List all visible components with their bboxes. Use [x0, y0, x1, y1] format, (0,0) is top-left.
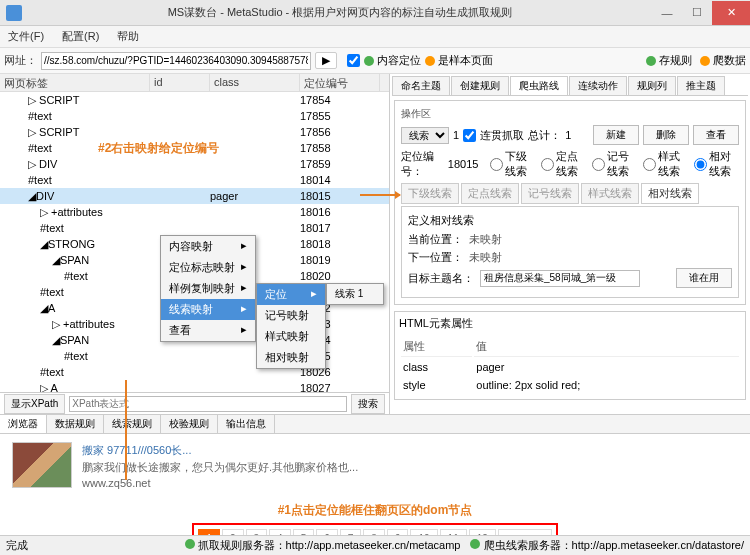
- minimize-button[interactable]: —: [652, 1, 682, 25]
- ctxmenu-item[interactable]: 查看▸: [161, 320, 255, 341]
- content-locate-badge[interactable]: 内容定位: [364, 53, 421, 68]
- toolbar: 网址： ▶ 内容定位 是样本页面 存规则 爬数据: [0, 48, 750, 74]
- xpath-search-button[interactable]: 搜索: [351, 394, 385, 414]
- subtab-4[interactable]: 相对线索: [641, 183, 699, 204]
- listing-text: 搬家 97711///0560长... 鹏家我们做长途搬家，您只为偶尔更好.其他…: [82, 442, 358, 492]
- total-value: 1: [565, 129, 571, 141]
- titlebar: MS谋数台 - MetaStudio - 根据用户对网页内容的标注自动生成抓取规…: [0, 0, 750, 26]
- submenu-item[interactable]: 定位▸: [257, 284, 325, 305]
- clue-server: 爬虫线索服务器：http://app.metaseeker.cn/datasto…: [470, 538, 744, 553]
- orange-dot-icon: [700, 56, 710, 66]
- col-id[interactable]: id: [150, 74, 210, 91]
- crawl-data-button[interactable]: 爬数据: [700, 53, 746, 68]
- tree-row[interactable]: #text18026: [0, 364, 389, 380]
- cur-pos-value: 未映射: [469, 232, 502, 247]
- url-input[interactable]: [41, 52, 311, 70]
- ctxmenu-item[interactable]: 样例复制映射▸: [161, 278, 255, 299]
- go-button[interactable]: ▶: [315, 52, 337, 69]
- save-rule-button[interactable]: 存规则: [646, 53, 692, 68]
- btab-4[interactable]: 输出信息: [218, 415, 275, 433]
- context-submenu-2: 线索 1: [326, 283, 384, 305]
- menu-help[interactable]: 帮助: [113, 27, 143, 46]
- tab-0[interactable]: 命名主题: [392, 76, 450, 95]
- annotation-1: #1点击定位能框住翻页区的dom节点: [0, 502, 750, 519]
- radio-0[interactable]: 下级线索: [490, 149, 535, 179]
- listing-link[interactable]: 搬家 97711///0560长...: [82, 442, 358, 459]
- tab-4[interactable]: 规则列: [628, 76, 676, 95]
- subtab-2[interactable]: 记号线索: [521, 183, 579, 204]
- col-tag[interactable]: 网页标签: [0, 74, 150, 91]
- listing-url: www.zq56.net: [82, 475, 358, 492]
- submenu-item[interactable]: 相对映射: [257, 347, 325, 368]
- tree-row[interactable]: ▷ SCRIPT17854: [0, 92, 389, 108]
- btab-0[interactable]: 浏览器: [0, 415, 47, 433]
- clue-subtabs: 下级线索定点线索记号线索样式线索相对线索: [401, 183, 739, 204]
- tree-row[interactable]: #text18014: [0, 172, 389, 188]
- close-button[interactable]: ✕: [712, 1, 750, 25]
- continuous-crawl-checkbox[interactable]: [463, 129, 476, 142]
- btab-2[interactable]: 线索规则: [104, 415, 161, 433]
- app-icon: [6, 5, 22, 21]
- tree-row[interactable]: ◢DIVpager18015: [0, 188, 389, 204]
- next-pos-value: 未映射: [469, 250, 502, 265]
- col-class[interactable]: class: [210, 74, 300, 91]
- menu-file[interactable]: 文件(F): [4, 27, 48, 46]
- subtab-1[interactable]: 定点线索: [461, 183, 519, 204]
- btab-3[interactable]: 校验规则: [161, 415, 218, 433]
- clue-select[interactable]: 线索: [401, 127, 449, 144]
- annotation-arrow-1: [360, 194, 400, 196]
- view-button[interactable]: 查看: [693, 125, 739, 145]
- subtab-3[interactable]: 样式线索: [581, 183, 639, 204]
- rule-server: 抓取规则服务器：http://app.metaseeker.cn/metacam…: [185, 538, 461, 553]
- new-button[interactable]: 新建: [593, 125, 639, 145]
- bottom-tabs: 浏览器数据规则线索规则校验规则输出信息: [0, 414, 750, 434]
- who-uses-button[interactable]: 谁在用: [676, 268, 732, 288]
- submenu-item[interactable]: 样式映射: [257, 326, 325, 347]
- subtab-0[interactable]: 下级线索: [401, 183, 459, 204]
- next-pos-label: 下一位置：: [408, 250, 463, 265]
- tree-row[interactable]: ▷ SCRIPT17856: [0, 124, 389, 140]
- main-split: 网页标签 id class 定位编号 ▷ SCRIPT17854#text178…: [0, 74, 750, 414]
- sample-page-badge[interactable]: 是样本页面: [425, 53, 493, 68]
- ctxmenu-item[interactable]: 线索映射▸: [161, 299, 255, 320]
- tree-row[interactable]: #text18025: [0, 348, 389, 364]
- loc-value: 18015: [448, 158, 479, 170]
- browser-preview: 搬家 97711///0560长... 鹏家我们做长途搬家，您只为偶尔更好.其他…: [0, 434, 750, 500]
- menu-config[interactable]: 配置(R): [58, 27, 103, 46]
- context-menu: 内容映射▸定位标志映射▸样例复制映射▸线索映射▸查看▸: [160, 235, 256, 342]
- loc-label: 定位编号：: [401, 149, 444, 179]
- tree-row[interactable]: ▷ DIV17859: [0, 156, 389, 172]
- tab-5[interactable]: 推主题: [677, 76, 725, 95]
- radio-2[interactable]: 记号线索: [592, 149, 637, 179]
- maximize-button[interactable]: ☐: [682, 1, 712, 25]
- delete-button[interactable]: 删除: [643, 125, 689, 145]
- tab-1[interactable]: 创建规则: [451, 76, 509, 95]
- show-xpath-button[interactable]: 显示XPath: [4, 394, 65, 414]
- tree-row[interactable]: ▷ +attributes18016: [0, 204, 389, 220]
- quick-checkbox[interactable]: [347, 54, 360, 67]
- submenu-item[interactable]: 记号映射: [257, 305, 325, 326]
- table-row[interactable]: styleoutline: 2px solid red;: [401, 377, 739, 393]
- col-locnum[interactable]: 定位编号: [300, 74, 380, 91]
- radio-1[interactable]: 定点线索: [541, 149, 586, 179]
- radio-4[interactable]: 相对线索: [694, 149, 739, 179]
- target-theme-input[interactable]: [480, 270, 640, 287]
- radio-3[interactable]: 样式线索: [643, 149, 688, 179]
- xpath-input[interactable]: [69, 396, 347, 412]
- table-row[interactable]: classpager: [401, 359, 739, 375]
- tab-3[interactable]: 连续动作: [569, 76, 627, 95]
- attr-col: 属性: [401, 337, 472, 357]
- ctxmenu-item[interactable]: 内容映射▸: [161, 236, 255, 257]
- val-col: 值: [474, 337, 739, 357]
- annotation-2: #2右击映射给定位编号: [98, 140, 219, 157]
- submenu-item-clue1[interactable]: 线索 1: [327, 284, 383, 304]
- window-controls: — ☐ ✕: [652, 1, 750, 25]
- listing-thumbnail[interactable]: [12, 442, 72, 488]
- tree-row[interactable]: #text18017: [0, 220, 389, 236]
- btab-1[interactable]: 数据规则: [47, 415, 104, 433]
- tree-row[interactable]: #text17855: [0, 108, 389, 124]
- def-title: 定义相对线索: [408, 213, 732, 228]
- tab-2[interactable]: 爬虫路线: [510, 76, 568, 95]
- ctxmenu-item[interactable]: 定位标志映射▸: [161, 257, 255, 278]
- tree-row[interactable]: ▷ A18027: [0, 380, 389, 392]
